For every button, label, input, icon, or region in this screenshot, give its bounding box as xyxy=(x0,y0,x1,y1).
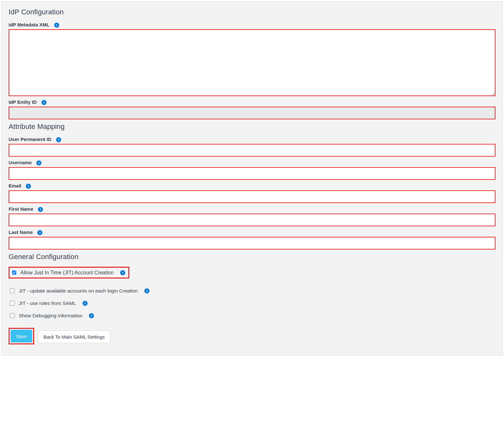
label-idp-entity-id: IdP Entity ID xyxy=(9,99,37,105)
email-input[interactable] xyxy=(9,190,495,203)
help-icon[interactable]: ? xyxy=(38,207,43,212)
label-user-permanent-id: User Permanent ID xyxy=(9,137,51,142)
help-icon[interactable]: ? xyxy=(89,313,94,318)
username-input[interactable] xyxy=(9,167,495,180)
help-icon[interactable]: ? xyxy=(37,230,42,235)
save-button[interactable]: Save xyxy=(11,330,32,342)
label-username: Username xyxy=(9,160,32,165)
help-icon[interactable]: ? xyxy=(144,288,149,293)
section-idp-configuration: IdP Configuration xyxy=(9,8,495,16)
label-show-debug: Show Debugging Information xyxy=(19,313,83,319)
label-first-name: First Name xyxy=(9,206,33,212)
label-jit-roles: JIT - use roles from SAML xyxy=(19,300,76,306)
saml-config-panel: IdP Configuration IdP Metadata XML ? IdP… xyxy=(1,1,503,356)
label-jit-create: Allow Just In Time (JIT) Account Creatio… xyxy=(20,270,114,276)
help-icon[interactable]: ? xyxy=(26,184,31,189)
label-last-name: Last Name xyxy=(9,229,33,235)
checkbox-jit-roles[interactable] xyxy=(10,301,15,306)
idp-entity-id-input[interactable] xyxy=(9,107,495,119)
idp-metadata-xml-textarea[interactable] xyxy=(9,29,495,96)
help-icon[interactable]: ? xyxy=(54,23,59,28)
button-row: Save Back To Main SAML Settings xyxy=(9,325,495,349)
help-icon[interactable]: ? xyxy=(120,270,125,275)
back-to-saml-settings-button[interactable]: Back To Main SAML Settings xyxy=(38,330,110,343)
section-attribute-mapping: Attribute Mapping xyxy=(9,123,495,131)
label-jit-update: JIT - update available accounts on each … xyxy=(19,288,138,294)
label-email: Email xyxy=(9,183,21,188)
last-name-input[interactable] xyxy=(9,237,495,250)
help-icon[interactable]: ? xyxy=(83,301,88,306)
help-icon[interactable]: ? xyxy=(56,137,61,142)
help-icon[interactable]: ? xyxy=(36,160,41,166)
first-name-input[interactable] xyxy=(9,214,495,226)
checkbox-jit-update[interactable] xyxy=(10,288,15,293)
checkbox-jit-create[interactable] xyxy=(12,271,16,275)
section-general-configuration: General Configuration xyxy=(9,253,495,261)
checkbox-show-debug[interactable] xyxy=(10,313,15,318)
help-icon[interactable]: ? xyxy=(41,100,47,105)
user-permanent-id-input[interactable] xyxy=(9,144,495,157)
highlight-save: Save xyxy=(9,328,34,344)
label-idp-metadata-xml: IdP Metadata XML xyxy=(9,22,49,27)
highlight-jit-create: Allow Just In Time (JIT) Account Creatio… xyxy=(9,267,129,278)
